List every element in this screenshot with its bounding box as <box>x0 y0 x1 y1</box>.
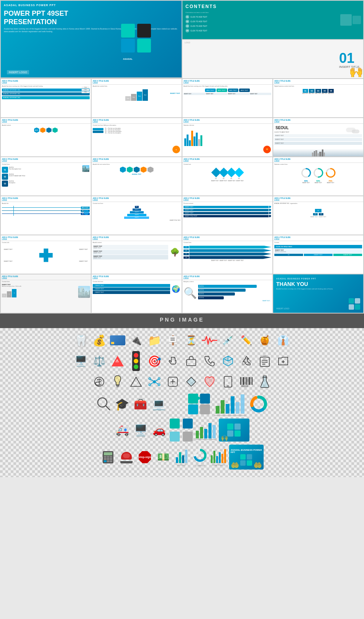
svg-point-48 <box>98 398 107 407</box>
flask-icon <box>257 374 272 389</box>
scale-icon: ⚖️ <box>92 353 107 369</box>
num-title-number: 01 <box>339 51 359 65</box>
pencil-icon: ✏️ <box>239 333 254 348</box>
slide-circle-pct[interactable]: ADD A TITLE SLIDE LOGO Statistics conten… <box>273 157 363 195</box>
contents-item-3: 03 CLICK TO ADD TEXT <box>185 24 339 28</box>
medical-plus-icon <box>165 374 180 389</box>
donut-chart-icon <box>249 394 268 414</box>
bar-chart-png-icon <box>214 392 246 415</box>
svg-line-49 <box>106 406 110 410</box>
slide-list-img[interactable]: ADD A TITLE SLIDE LOGO Asadal content. I… <box>92 235 182 274</box>
slide-num-title[interactable]: LOGO 01 INSERT TITLE 🙌 <box>182 40 363 78</box>
svg-rect-11 <box>260 357 269 366</box>
slide-asadal-1[interactable]: ADD A TITLE SLIDE LOGO Asadal has been r… <box>1 79 91 117</box>
hands-puzzle-icon: 🙌 <box>219 419 249 442</box>
usb-icon: 🔌 <box>128 333 144 348</box>
slide-steps[interactable]: ADD A TITLE SLIDE LOGO Digital business … <box>273 79 363 117</box>
slide-icon-info[interactable]: ADD A TITLE SLIDE LOGO Asadal content. A… <box>1 118 91 156</box>
slide-header-1: ADD A TITLE SLIDE LOGO <box>1 79 91 85</box>
slide-globe[interactable]: ADD A TITLE SLIDE LOGO Content info here… <box>92 274 182 313</box>
svg-marker-21 <box>131 377 141 386</box>
target-icon: 🎯 <box>147 353 162 369</box>
slide-magnifier[interactable]: ADD A TITLE SLIDE LOGO Analytics content… <box>182 274 272 313</box>
svg-text:||||||||||||||: |||||||||||||| <box>241 385 248 387</box>
slide-pyramid[interactable]: ADD A TITLE SLIDE LOGO Content text here… <box>92 196 182 235</box>
triangle-icon <box>128 374 144 389</box>
items-bar-icon: SOMETHINGS <box>211 448 226 466</box>
add-folder-icon <box>275 353 291 369</box>
svg-rect-37 <box>240 377 241 385</box>
svg-line-27 <box>151 379 153 381</box>
slide-stairs[interactable]: ADD A TITLE SLIDE LOGO Asadal text conte… <box>92 79 182 117</box>
product-bar-icon: PRODUCT <box>174 448 189 466</box>
slide-seoul[interactable]: ADD A TITLE SLIDE LOGO SEOUL CLICK TO AD… <box>273 118 363 156</box>
png-row-6: stop-sign 💵 PRODUCT <box>5 445 359 470</box>
slide-hex-text[interactable]: ADD A TITLE SLIDE LOGO Content text here… <box>92 118 182 156</box>
slide-grid: ASADAL BUSINESS POWER PPT POWER PPT 49SE… <box>0 0 364 314</box>
businessmen-icon: 👔 <box>275 333 291 348</box>
svg-rect-6 <box>187 360 196 366</box>
slide-hex-network[interactable]: ADD A TITLE SLIDE LOGO Asadal info text … <box>92 157 182 195</box>
toolbox-icon: 🧰 <box>133 396 148 412</box>
dollar-coins-icon: 💰 <box>92 333 107 348</box>
svg-rect-35 <box>224 376 232 387</box>
slide-colored-boxes[interactable]: ADD A TITLE SLIDE LOGO Content here. 01 … <box>1 157 91 195</box>
contents-item-4: 04 CLICK TO ADD TEXT <box>185 29 339 33</box>
slide-contents[interactable]: CONTENTS Click below text items to edit … <box>182 1 363 39</box>
diamond-icon <box>184 374 199 389</box>
svg-rect-39 <box>243 377 244 385</box>
folder-icon: 📁 <box>147 333 162 348</box>
main-logo: INSERT LOGO <box>7 70 29 74</box>
slide-arrow-process[interactable]: ADD A TITLE SLIDE LOGO Process content. … <box>182 196 272 235</box>
svg-line-30 <box>156 383 158 384</box>
slide-cross-diagram[interactable]: ADD A TITLE SLIDE LOGO Content info. INS… <box>1 235 91 274</box>
ambulance-icon: 🚑 <box>115 422 130 438</box>
slide-tab-layers[interactable]: ADD A TITLE SLIDE LOGO Content. CLICK TO… <box>273 235 363 274</box>
contents-item-1: 01 CLICK TO ADD TEXT <box>185 15 339 19</box>
slide-diamond[interactable]: ADD A TITLE SLIDE LOGO Content text. 01 … <box>182 157 272 195</box>
heart-icon <box>202 374 217 389</box>
svg-point-26 <box>158 384 160 386</box>
slide-tree-branch[interactable]: ADD A TITLE SLIDE LOGO Asadal info. ADD … <box>1 196 91 235</box>
puzzle-large-icon <box>170 419 193 442</box>
clipboard-icon <box>257 353 272 369</box>
svg-line-28 <box>156 379 158 381</box>
slide-info-1[interactable]: ADD A TITLE SLIDE LOGO Asadal has been r… <box>182 79 272 117</box>
png-row-5: 🚑 🖥️ 🚗 <box>5 419 359 442</box>
svg-rect-42 <box>248 377 248 385</box>
svg-rect-44 <box>251 377 251 385</box>
contents-title: CONTENTS <box>185 4 339 9</box>
credit-card-icon <box>110 333 125 348</box>
syringe-icon: 💉 <box>220 333 236 348</box>
png-row-4: 🎓 🧰 💻 <box>5 392 359 415</box>
puzzle-teal-icon <box>188 394 211 414</box>
server-icon: 🖥️ <box>73 353 89 369</box>
slide-org-chart[interactable]: ADD A TITLE SLIDE LOGO ASADAL INTERNET I… <box>273 196 363 235</box>
slide-buildings[interactable]: ADD A TITLE SLIDE LOGO Content here. INS… <box>1 274 91 313</box>
slide-arrow-flow[interactable]: ADD A TITLE SLIDE LOGO Content here. 01 … <box>182 235 272 274</box>
png-section: PNG IMAGE 🦷 💰 🔌 📁 <box>0 314 364 477</box>
dollar-sign-icon <box>92 374 107 389</box>
laptop2-icon: 🖥️ <box>133 422 148 438</box>
svg-rect-40 <box>245 377 245 385</box>
hands-assembling-icon: ASADAL BUSINESS POWER PPT 🤲 🤲 <box>229 445 264 470</box>
stop-sign-icon: stop-sign <box>137 450 152 465</box>
slide-thankyou[interactable]: ASADAL BUSINESS POWER PPT THANK YOU Asad… <box>273 274 363 313</box>
slide-main[interactable]: ASADAL BUSINESS POWER PPT POWER PPT 49SE… <box>1 1 182 77</box>
cube-icon <box>220 353 236 369</box>
svg-point-24 <box>158 378 160 380</box>
alarm-icon <box>119 450 134 465</box>
hand-icon <box>165 353 180 369</box>
svg-rect-12 <box>263 356 266 358</box>
svg-rect-38 <box>242 377 242 385</box>
svg-point-25 <box>149 384 151 386</box>
laptop-icon: 💻 <box>151 396 167 412</box>
hourglass-icon: ⏳ <box>184 333 199 348</box>
calculator-icon <box>100 450 116 465</box>
mini-bar-chart-icon <box>196 420 216 440</box>
svg-marker-34 <box>187 377 196 386</box>
slide-bar-chart[interactable]: ADD A TITLE SLIDE LOGO Statistics info t… <box>182 118 272 156</box>
svg-rect-45 <box>252 377 253 385</box>
png-title: PNG IMAGE <box>0 317 364 323</box>
svg-rect-43 <box>249 377 250 385</box>
